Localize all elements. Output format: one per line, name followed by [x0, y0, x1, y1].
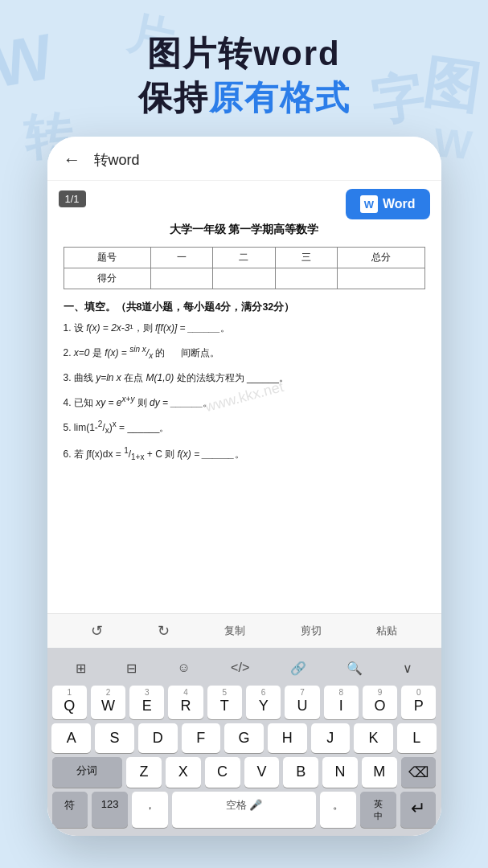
undo-button[interactable]: ↺ [91, 622, 103, 640]
kb-key-d[interactable]: D [138, 723, 178, 753]
problem-2: 2. x=0 是 f(x) = sin x/x 的 间断点。 [64, 343, 425, 362]
problem-4: 4. 已知 xy = ex+y 则 dy = ______。 [64, 393, 425, 411]
kb-key-p[interactable]: 0P [401, 686, 436, 720]
kb-key-h[interactable]: H [268, 723, 307, 753]
kb-key-e[interactable]: 3E [129, 686, 164, 720]
header-line2: 保持原有格式 [0, 76, 488, 121]
word-icon: W [360, 195, 378, 213]
kb-key-n[interactable]: N [322, 757, 358, 788]
kb-link-icon[interactable]: 🔗 [285, 657, 311, 679]
kb-123-button[interactable]: 123 [92, 792, 128, 828]
kb-key-y[interactable]: 6Y [246, 686, 281, 720]
kb-key-a[interactable]: A [51, 723, 91, 753]
kb-backspace-button[interactable]: ⌫ [401, 757, 437, 788]
kb-period-key[interactable]: 。 [320, 792, 356, 828]
word-export-button[interactable]: W Word [346, 189, 430, 219]
kb-key-f[interactable]: F [182, 723, 221, 753]
kb-search-icon[interactable]: 🔍 [342, 657, 367, 679]
keyboard-qwerty-row: 1Q 2W 3E 4R 5T 6Y 7U 8I 9O 0P [47, 686, 441, 724]
keyboard-bottom-row: 符 123 ， 空格 🎤 。 英中 ↵ [47, 792, 441, 833]
keyboard-asdf-row: A S D F G H J K L [47, 723, 441, 757]
keyboard-zxcv-row: 分词 Z X C V B N M ⌫ [47, 757, 441, 792]
top-bar: ← 转word [47, 137, 441, 181]
problem-5: 5. lim(1-2/x)x = ______。 [64, 418, 425, 437]
kb-fenci-button[interactable]: 分词 [52, 757, 123, 788]
kb-space-key[interactable]: 空格 🎤 [172, 792, 316, 828]
kb-code-icon[interactable]: </> [226, 657, 254, 678]
problem-1: 1. 设 f(x) = 2x-3¹，则 f[f(x)] = ______。 [64, 321, 425, 336]
kb-key-v[interactable]: V [244, 757, 280, 788]
kb-key-w[interactable]: 2W [91, 686, 125, 720]
kb-key-g[interactable]: G [224, 723, 264, 753]
keyboard-top-row: ⊞ ⊟ ☺ </> 🔗 🔍 ∨ [47, 654, 441, 686]
kb-symbol-button[interactable]: 符 [52, 792, 88, 828]
back-button[interactable]: ← [64, 149, 81, 170]
kb-key-r[interactable]: 4R [168, 686, 203, 720]
kb-emoji-icon[interactable]: ☺ [172, 657, 195, 678]
document-title: 大学一年级 第一学期高等数学 [64, 223, 425, 237]
problem-3: 3. 曲线 y=ln x 在点 M(1,0) 处的法线方程为 ______。 [64, 371, 425, 386]
kb-key-l[interactable]: L [397, 723, 437, 753]
kb-key-k[interactable]: K [354, 723, 393, 753]
kb-collapse-icon[interactable]: ∨ [398, 657, 417, 679]
header-line1: 图片转word [0, 32, 488, 76]
kb-key-u[interactable]: 7U [285, 686, 319, 720]
kb-key-m[interactable]: M [362, 757, 397, 788]
copy-button[interactable]: 复制 [224, 624, 245, 638]
kb-key-c[interactable]: C [205, 757, 240, 788]
kb-list-icon[interactable]: ⊟ [121, 657, 141, 679]
keyboard: ⊞ ⊟ ☺ </> 🔗 🔍 ∨ 1Q 2W 3E 4R 5T 6Y 7U 8I … [47, 648, 441, 836]
kb-grid-icon[interactable]: ⊞ [71, 657, 91, 679]
screen-title: 转word [94, 150, 140, 170]
page-badge: 1/1 [59, 190, 86, 207]
section-title: 一、填空。（共8道小题，每小题4分，满分32分） [64, 301, 425, 314]
app-screen: ← 转word 1/1 W Word 大学一年级 第一学期高等数学 题号 一 二… [47, 137, 441, 836]
kb-key-q[interactable]: 1Q [52, 686, 87, 720]
kb-comma-key[interactable]: ， [132, 792, 168, 828]
kb-key-z[interactable]: Z [126, 757, 162, 788]
kb-key-i[interactable]: 8I [324, 686, 359, 720]
document-content: 大学一年级 第一学期高等数学 题号 一 二 三 总分 得分 [47, 181, 441, 480]
score-table: 题号 一 二 三 总分 得分 [64, 247, 425, 289]
paste-button[interactable]: 粘贴 [376, 624, 397, 638]
cut-button[interactable]: 剪切 [301, 624, 322, 638]
kb-lang-switch[interactable]: 英中 [360, 792, 396, 828]
kb-key-x[interactable]: X [166, 757, 201, 788]
header-section: 图片转word 保持原有格式 [0, 32, 488, 120]
kb-return-key[interactable]: ↵ [400, 792, 437, 828]
kb-key-j[interactable]: J [311, 723, 351, 753]
edit-toolbar: ↺ ↻ 复制 剪切 粘贴 [47, 613, 441, 648]
redo-button[interactable]: ↻ [158, 622, 170, 640]
kb-key-s[interactable]: S [95, 723, 134, 753]
kb-key-o[interactable]: 9O [363, 686, 397, 720]
document-area: 1/1 W Word 大学一年级 第一学期高等数学 题号 一 二 三 总分 [47, 181, 441, 613]
kb-key-b[interactable]: B [283, 757, 318, 788]
phone-mockup: ← 转word 1/1 W Word 大学一年级 第一学期高等数学 题号 一 二… [47, 137, 441, 836]
problem-6: 6. 若 ∫f(x)dx = 1/1+x + C 则 f(x) = ______… [64, 444, 425, 464]
kb-key-t[interactable]: 5T [207, 686, 242, 720]
